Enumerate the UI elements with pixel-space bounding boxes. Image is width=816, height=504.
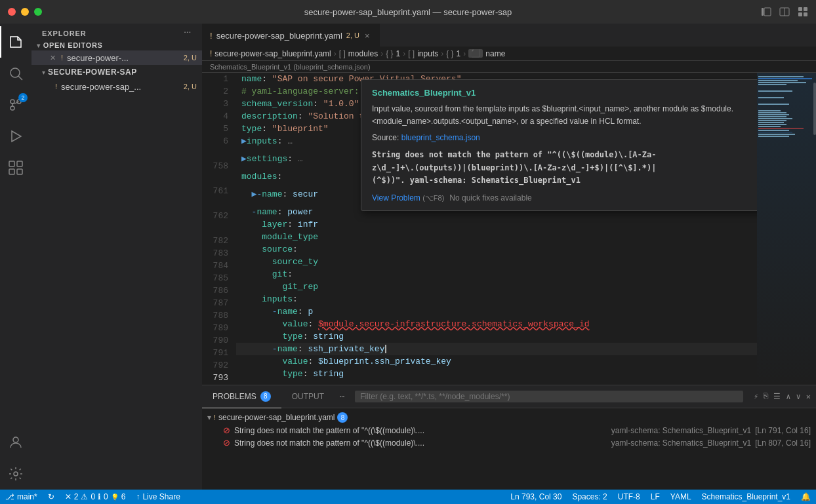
tab-active[interactable]: ! secure-power-sap_blueprint.yaml 2, U × <box>202 24 380 47</box>
language-item[interactable]: YAML <box>665 490 697 504</box>
ln-790: 790 <box>202 334 228 347</box>
ln-783: 783 <box>202 247 228 260</box>
collapse-icon[interactable]: ☰ <box>773 392 781 402</box>
folder-section[interactable]: ▾ SECURE-POWER-SAP <box>31 65 202 79</box>
svg-rect-1 <box>764 8 771 16</box>
panel-icons: ⚡ ⎘ ☰ ∧ ∨ ✕ <box>748 392 816 402</box>
problem-location-1: [Ln 791, Col 16] <box>755 426 811 435</box>
sync-icon-item[interactable]: ↻ <box>43 490 60 504</box>
code-line-793: - name: ssh_private_key <box>236 343 757 355</box>
file-badge-2: 2, U <box>184 83 197 90</box>
schema-item[interactable]: Schematics_Blueprint_v1 <box>697 490 796 504</box>
svg-rect-15 <box>17 161 22 166</box>
minimap-thumb[interactable] <box>813 83 816 135</box>
svg-rect-5 <box>804 7 807 11</box>
copy-icon[interactable]: ⎘ <box>764 392 768 401</box>
svg-rect-7 <box>804 12 807 16</box>
editor-area: ! secure-power-sap_blueprint.yaml 2, U ×… <box>202 24 816 490</box>
problem-item-2[interactable]: ⊘ String does not match the pattern of "… <box>202 436 816 449</box>
ln-2: 2 <box>202 85 228 98</box>
activity-scm[interactable]: 2 <box>0 89 31 121</box>
folder-file-item-1[interactable]: ! secure-power-sap_... 2, U <box>31 79 202 94</box>
problem-location-2: [Ln 807, Col 16] <box>755 438 811 448</box>
code-line-790: - name: p <box>236 305 757 318</box>
view-problem-link[interactable]: View Problem (⌥F8) <box>372 193 444 203</box>
error-count: 2 <box>74 492 79 501</box>
breadcrumb-bracket1: [ ] <box>339 49 346 58</box>
status-right: Ln 793, Col 30 Spaces: 2 UTF-8 LF YAML S… <box>505 490 816 504</box>
panel-more-options[interactable]: ⋯ <box>335 392 350 402</box>
new-file-icon[interactable]: ⋯ <box>184 29 192 37</box>
close-icon[interactable]: ✕ <box>50 54 56 62</box>
code-line-794: value: $blueprint.ssh_private_key <box>236 355 757 368</box>
problem-item-1[interactable]: ⊘ String does not match the pattern of "… <box>202 424 816 436</box>
breadcrumb-modules[interactable]: modules <box>348 49 378 58</box>
problem-text-2: String does not match the pattern of "^(… <box>234 438 607 448</box>
breadcrumb-bracket2: [ ] <box>408 49 415 58</box>
file-name-2: secure-power-sap_... <box>61 82 141 92</box>
breadcrumb-brace1: { } <box>386 49 393 58</box>
sidebar-toggle-icon[interactable] <box>761 7 771 17</box>
hint-count: 6 <box>121 492 126 501</box>
line-numbers: 1 2 3 4 5 6 758 761 762 782 783 784 785 … <box>202 73 236 385</box>
close-panel-icon[interactable]: ✕ <box>806 392 811 402</box>
popup-error-text: String does not match the pattern of "^(… <box>372 149 756 187</box>
layout-icon[interactable] <box>779 7 790 17</box>
group-chevron[interactable]: ▾ <box>207 413 211 422</box>
liveshare-label: Live Share <box>142 492 180 501</box>
ln-gap1 <box>202 147 228 160</box>
explorer-header: Explorer ⋯ <box>31 24 202 40</box>
grid-icon[interactable] <box>798 7 808 17</box>
arrow-down-icon[interactable]: ∨ <box>796 392 801 402</box>
popup-body: Input value, sourced from the template i… <box>372 103 756 128</box>
popup-title: Schematics_Blueprint_v1 <box>372 88 756 98</box>
breadcrumb-1[interactable]: 1 <box>396 49 401 58</box>
activity-extensions[interactable] <box>0 152 31 184</box>
close-button[interactable] <box>8 8 16 16</box>
tab-close-button[interactable]: × <box>363 29 371 42</box>
notification-bell-item[interactable]: 🔔 <box>796 490 816 504</box>
tab-modified-badge: 2, U <box>346 31 359 39</box>
folder-name: SECURE-POWER-SAP <box>48 68 137 77</box>
panel-tab-output[interactable]: OUTPUT <box>281 385 335 408</box>
filter-input[interactable] <box>355 391 743 402</box>
source-link[interactable]: blueprint_schema.json <box>401 133 480 142</box>
minimize-button[interactable] <box>21 8 29 16</box>
schema-info: Schematics_Blueprint_v1 (blueprint_schem… <box>202 61 816 73</box>
code-editor[interactable]: name: "SAP on secure Power Virtual Serve… <box>236 73 757 385</box>
breadcrumb-file[interactable]: secure-power-sap_blueprint.yaml <box>214 49 331 58</box>
breadcrumb-name[interactable]: name <box>485 49 505 58</box>
position-item[interactable]: Ln 793, Col 30 <box>505 490 567 504</box>
branch-item[interactable]: ⎇ main* <box>0 490 43 504</box>
arrow-up-icon[interactable]: ∧ <box>786 392 790 402</box>
code-line-783: layer: infr <box>236 218 757 231</box>
liveshare-item[interactable]: ↑ Live Share <box>131 490 185 504</box>
ln-762: 762 <box>202 210 228 222</box>
encoding-item[interactable]: UTF-8 <box>613 490 645 504</box>
line-ending-item[interactable]: LF <box>645 490 665 504</box>
activity-search[interactable] <box>0 58 31 89</box>
filter-icon[interactable]: ⚡ <box>754 392 758 402</box>
panel-tab-problems[interactable]: PROBLEMS 8 <box>202 385 281 408</box>
activity-settings[interactable] <box>0 458 31 490</box>
errors-item[interactable]: ✕ 2 ⚠ 0 ℹ 0 💡 6 <box>60 490 131 504</box>
popup-footer: View Problem (⌥F8) No quick fixes availa… <box>372 193 756 203</box>
code-line-792: type: string <box>236 330 757 343</box>
minimap-scrollbar[interactable] <box>813 73 816 385</box>
activity-run[interactable] <box>0 121 31 152</box>
open-editors-label: Open Editors <box>43 41 103 49</box>
svg-rect-17 <box>17 169 22 174</box>
ln-793: 793 <box>202 372 228 384</box>
code-line-791: value: $module.secure-infrastructure.sch… <box>236 318 757 330</box>
activity-account[interactable] <box>0 427 31 458</box>
maximize-button[interactable] <box>34 8 42 16</box>
open-editor-item-1[interactable]: ✕ ! secure-power-... 2, U <box>31 50 202 65</box>
activity-explorer[interactable] <box>0 26 31 58</box>
tab-warning-icon: ! <box>210 31 213 41</box>
svg-point-19 <box>14 472 18 476</box>
open-editors-section[interactable]: ▾ Open Editors <box>31 40 202 50</box>
breadcrumb-inputs[interactable]: inputs <box>417 49 438 58</box>
spaces-item[interactable]: Spaces: 2 <box>567 490 612 504</box>
breadcrumb-1b[interactable]: 1 <box>457 49 461 58</box>
ln-782: 782 <box>202 235 228 247</box>
